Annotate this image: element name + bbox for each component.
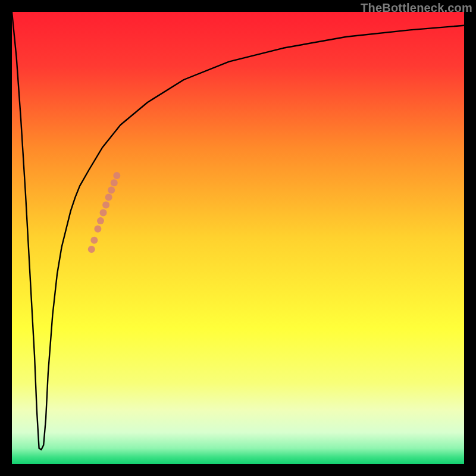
bottleneck-curve [12, 12, 464, 450]
chart-frame: TheBottleneck.com [0, 0, 476, 476]
highlight-dot [102, 202, 109, 209]
curve-overlay [12, 12, 464, 464]
highlight-dot [105, 194, 112, 201]
highlight-dot [113, 172, 120, 179]
plot-area [12, 12, 464, 464]
highlight-dot [108, 186, 115, 193]
highlight-dot [111, 179, 118, 186]
highlight-dot [97, 217, 104, 224]
highlight-dot [94, 226, 101, 233]
watermark-text: TheBottleneck.com [361, 1, 472, 15]
highlight-dot [90, 237, 98, 244]
highlight-markers [88, 172, 121, 253]
highlight-dot [88, 246, 95, 253]
highlight-dot [100, 209, 107, 216]
